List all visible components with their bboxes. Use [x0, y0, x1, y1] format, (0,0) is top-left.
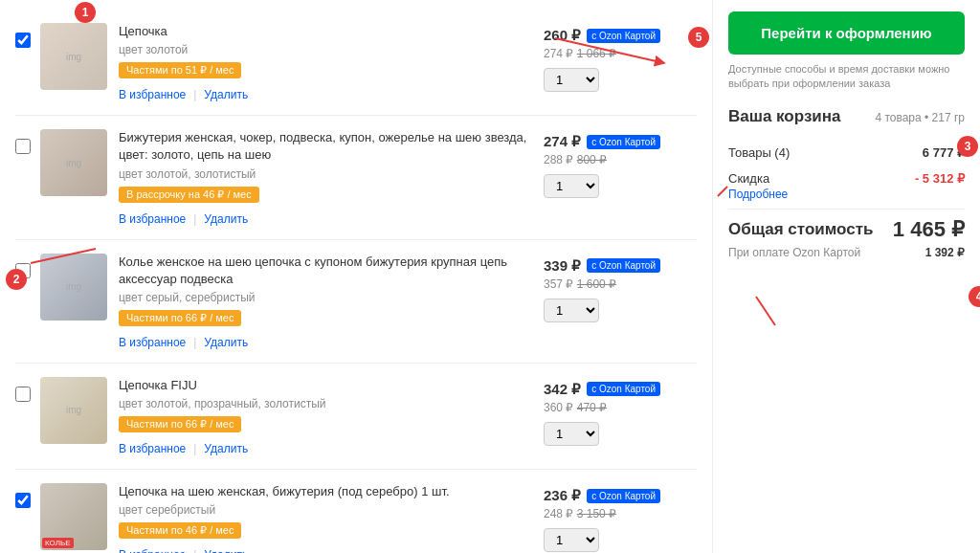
price-regular-3: 357 ₽ 1 600 ₽ — [544, 277, 697, 291]
item-actions-5: В избранное | Удалить — [119, 548, 544, 553]
action-sep-4: | — [193, 442, 196, 455]
qty-select-3: 123 — [544, 299, 697, 322]
price-main-5: 236 ₽ — [544, 487, 581, 504]
summary-row-items: Товары (4) 6 777 ₽ — [728, 140, 965, 166]
action-sep-2: | — [193, 212, 196, 226]
cart-items-list: 1 img Цепочка цвет золотой Частями по 51… — [0, 0, 712, 553]
annotation-2: 2 — [6, 269, 27, 290]
summary-items-label: Товары (4) — [728, 145, 790, 160]
annotation-1: 1 — [75, 2, 96, 23]
annotation-3: 3 — [957, 136, 978, 157]
item-checkbox-4[interactable] — [15, 387, 31, 402]
ozon-payment-value: 1 392 ₽ — [925, 246, 965, 259]
item-title-1: Цепочка — [119, 23, 544, 40]
cart-item-2: img Бижутерия женская, чокер, подвеска, … — [15, 116, 697, 239]
price-main-2: 274 ₽ — [544, 133, 581, 150]
item-title-5: Цепочка на шею женская, бижутерия (под с… — [119, 483, 544, 500]
price-ozon-label-3: с Ozon Картой — [587, 258, 660, 273]
item-color-2: цвет золотой, золотистый — [119, 167, 544, 181]
checkout-button[interactable]: Перейти к оформлению — [728, 11, 965, 55]
qty-dropdown-5[interactable]: 123 — [544, 528, 599, 552]
action-sep-1: | — [193, 88, 196, 101]
delete-link-1[interactable]: Удалить — [204, 88, 248, 101]
ozon-payment-label: При оплате Ozon Картой — [728, 246, 860, 259]
action-sep-3: | — [193, 336, 196, 349]
item-color-5: цвет серебристый — [119, 503, 544, 517]
favorite-link-1[interactable]: В избранное — [119, 88, 186, 101]
favorite-link-4[interactable]: В избранное — [119, 442, 186, 455]
item-image-4: img — [40, 377, 107, 444]
price-ozon-label-1: с Ozon Картой — [587, 29, 660, 43]
item-image-1: img — [40, 23, 107, 90]
item-price-block-4: 342 ₽ с Ozon Картой 360 ₽ 470 ₽ 123 — [544, 377, 697, 446]
delivery-note: Доступные способы и время доставки можно… — [728, 62, 965, 92]
ozon-payment-row: При оплате Ozon Картой 1 392 ₽ — [728, 246, 965, 259]
item-checkbox-1[interactable] — [15, 33, 31, 48]
favorite-link-2[interactable]: В избранное — [119, 212, 186, 226]
price-main-1: 260 ₽ — [544, 27, 581, 44]
item-checkbox-5[interactable] — [15, 493, 31, 508]
total-row: Общая стоимость 1 465 ₽ — [728, 217, 965, 242]
total-label: Общая стоимость — [728, 220, 874, 239]
item-title-4: Цепочка FIJU — [119, 377, 544, 394]
price-main-3: 339 ₽ — [544, 257, 581, 275]
price-regular-1: 274 ₽ 1 066 ₽ — [544, 47, 697, 60]
installment-badge-3: Частями по 66 ₽ / мес — [119, 310, 241, 326]
item-image-2: img — [40, 129, 107, 196]
item-color-4: цвет золотой, прозрачный, золотистый — [119, 397, 544, 410]
qty-dropdown-2[interactable]: 123 — [544, 174, 599, 198]
price-main-4: 342 ₽ — [544, 381, 581, 398]
qty-dropdown-4[interactable]: 123 — [544, 422, 599, 446]
item-title-2: Бижутерия женская, чокер, подвеска, купо… — [119, 129, 544, 164]
favorite-link-5[interactable]: В избранное — [119, 548, 186, 553]
qty-dropdown-1[interactable]: 123 — [544, 68, 599, 92]
price-ozon-row-2: 274 ₽ с Ozon Картой — [544, 133, 697, 150]
delete-link-5[interactable]: Удалить — [204, 548, 248, 553]
qty-select-1: 123 — [544, 68, 697, 92]
qty-select-5: 123 — [544, 528, 697, 552]
cart-item-5: КОЛЬЕ Цепочка на шею женская, бижутерия … — [15, 470, 697, 553]
item-actions-1: В избранное | Удалить — [119, 88, 544, 101]
installment-badge-4: Частями по 66 ₽ / мес — [119, 416, 241, 432]
delete-link-4[interactable]: Удалить — [204, 442, 248, 455]
installment-badge-5: Частями по 46 ₽ / мес — [119, 522, 241, 539]
item-label-badge: КОЛЬЕ — [42, 538, 74, 548]
summary-divider — [728, 209, 965, 210]
item-info-4: Цепочка FIJU цвет золотой, прозрачный, з… — [119, 377, 544, 455]
item-image-3: img — [40, 254, 107, 321]
price-ozon-label-2: с Ozon Картой — [587, 135, 660, 149]
page-container: 1 img Цепочка цвет золотой Частями по 51… — [0, 0, 980, 553]
delete-link-3[interactable]: Удалить — [204, 336, 248, 349]
item-actions-4: В избранное | Удалить — [119, 442, 544, 455]
qty-select-4: 123 — [544, 422, 697, 446]
delete-link-2[interactable]: Удалить — [204, 212, 248, 226]
summary-discount-label: Скидка — [728, 171, 769, 186]
qty-select-2: 123 — [544, 174, 697, 198]
cart-summary-count: 4 товара • 217 гр — [875, 111, 965, 124]
action-sep-5: | — [193, 548, 196, 553]
item-image-placeholder-2: img — [40, 129, 107, 196]
item-actions-2: В избранное | Удалить — [119, 212, 544, 226]
total-value: 1 465 ₽ — [893, 217, 965, 242]
item-color-1: цвет золотой — [119, 43, 544, 56]
item-info-2: Бижутерия женская, чокер, подвеска, купо… — [119, 129, 544, 225]
installment-badge-2: В рассрочку на 46 ₽ / мес — [119, 187, 259, 203]
details-link[interactable]: Подробнее — [728, 188, 965, 201]
item-checkbox-2[interactable] — [15, 139, 31, 154]
item-color-3: цвет серый, серебристый — [119, 291, 544, 304]
annotation-4: 4 — [969, 286, 980, 307]
item-image-placeholder-3: img — [40, 254, 107, 321]
item-image-placeholder-1: img — [40, 23, 107, 90]
price-regular-4: 360 ₽ 470 ₽ — [544, 401, 697, 414]
price-regular-5: 248 ₽ 3 150 ₽ — [544, 507, 697, 520]
cart-summary: 3 Ваша корзина 4 товара • 217 гр Товары … — [728, 107, 965, 259]
cart-summary-title: Ваша корзина — [728, 107, 841, 126]
cart-item: 1 img Цепочка цвет золотой Частями по 51… — [15, 10, 697, 116]
summary-discount-value: - 5 312 ₽ — [915, 171, 965, 186]
price-ozon-label-5: с Ozon Картой — [587, 489, 660, 503]
item-price-block-5: 236 ₽ с Ozon Картой 248 ₽ 3 150 ₽ 123 — [544, 483, 697, 552]
price-ozon-row-1: 260 ₽ с Ozon Картой — [544, 27, 697, 44]
qty-dropdown-3[interactable]: 123 — [544, 299, 599, 322]
favorite-link-3[interactable]: В избранное — [119, 336, 186, 349]
item-image-5: КОЛЬЕ — [40, 483, 107, 550]
